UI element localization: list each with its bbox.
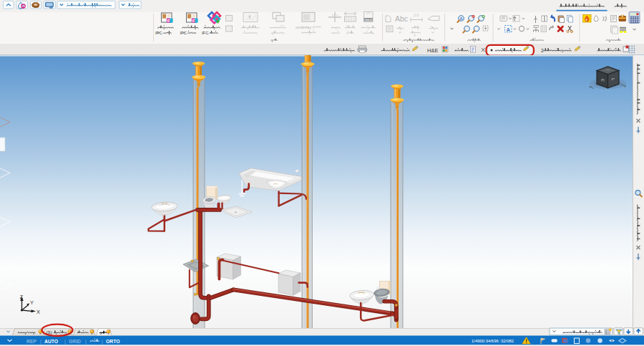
- svg-text:1/4900:34/696 :32/082: 1/4900:34/696 :32/082: [472, 339, 514, 343]
- svg-text:X: X: [36, 309, 40, 315]
- svg-text:IF: IF: [167, 19, 170, 23]
- svg-text:Z: Z: [20, 294, 24, 300]
- svg-text:AUTO: AUTO: [44, 339, 58, 344]
- svg-text:2.0: 2.0: [413, 13, 419, 17]
- svg-text:IFC: IFC: [202, 31, 208, 35]
- svg-text:2: 2: [541, 48, 544, 53]
- svg-text:GRID: GRID: [69, 339, 81, 344]
- svg-text:|: |: [64, 339, 66, 345]
- svg-text:ORTO: ORTO: [106, 339, 120, 344]
- svg-text:Y: Y: [30, 299, 34, 306]
- svg-text:Abc: Abc: [395, 14, 408, 23]
- svg-text:|: |: [102, 339, 103, 345]
- svg-text:IMAGE: IMAGE: [364, 19, 373, 21]
- svg-text:REP: REP: [26, 339, 36, 344]
- svg-text:underlay: underlay: [296, 25, 311, 29]
- svg-text:A: A: [507, 27, 510, 32]
- svg-text:|: |: [85, 339, 87, 345]
- svg-text:A: A: [460, 16, 463, 21]
- svg-text:|: |: [40, 339, 42, 345]
- svg-text:H&E: H&E: [427, 47, 438, 54]
- svg-text:IF: IF: [192, 19, 195, 23]
